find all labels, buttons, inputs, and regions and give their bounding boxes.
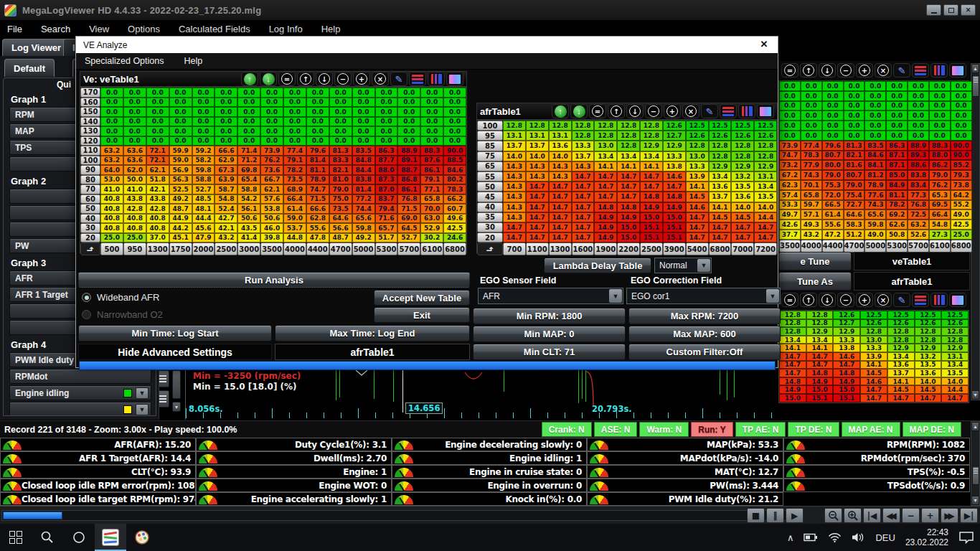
table-cell[interactable]: 40.8 [100, 214, 123, 224]
table-cell[interactable]: 80.7 [822, 151, 844, 161]
table-cell[interactable]: 87.3 [375, 175, 398, 185]
table-cell[interactable]: 13.9 [860, 352, 887, 361]
table-cell[interactable]: 0.0 [951, 91, 972, 101]
table-cell[interactable]: 73.9 [779, 141, 801, 151]
table-cell[interactable]: 56.9 [169, 165, 192, 175]
table-cell[interactable]: 65.6 [864, 209, 886, 220]
radio-icon[interactable] [82, 310, 91, 319]
table-cell[interactable]: 0.0 [420, 107, 443, 117]
gauge-scrollbar[interactable]: ▴ ▾ [971, 421, 980, 506]
table-cell[interactable]: 79.6 [306, 146, 329, 156]
table-cell[interactable]: 73.2 [779, 160, 801, 170]
table-cell[interactable]: 0.0 [951, 131, 972, 141]
table-cell[interactable]: 0.0 [123, 136, 146, 146]
table-cell[interactable]: 0.0 [779, 110, 801, 121]
table-cell[interactable]: 14.3 [549, 161, 572, 171]
radio-icon[interactable] [82, 293, 91, 302]
table-cell[interactable]: 37.7 [779, 230, 801, 240]
table-cell[interactable]: 12.6 [754, 131, 777, 141]
table-cell[interactable]: 0.0 [192, 107, 215, 117]
table-cell[interactable]: 42.1 [215, 223, 237, 233]
table-cell[interactable]: 79.6 [822, 141, 844, 151]
menu-item-calculated-fields[interactable]: Calculated Fields [179, 24, 250, 34]
table-cell[interactable]: 76.8 [397, 194, 420, 204]
table-cell[interactable]: 88.0 [929, 151, 951, 161]
plus-button[interactable]: + [921, 508, 939, 523]
table-cell[interactable]: 0.0 [929, 81, 951, 91]
cols-fill-icon[interactable] [930, 293, 948, 307]
table-cell[interactable]: 14.7 [594, 182, 617, 192]
table-cell[interactable]: 0.0 [844, 101, 865, 111]
table-cell[interactable]: 51.8 [146, 175, 169, 185]
gauge-field[interactable]: Engine decelerating slowly: 0 [392, 438, 587, 451]
gradient-fill-icon[interactable] [757, 104, 774, 118]
table-cell[interactable]: 62.1 [260, 184, 283, 194]
minus-icon[interactable]: − [334, 72, 352, 86]
dialog-close-icon[interactable]: ✕ [758, 39, 771, 50]
table-cell[interactable]: 14.3 [503, 192, 526, 202]
table-cell[interactable]: 79.0 [929, 170, 951, 180]
table-cell[interactable]: 48.7 [329, 233, 352, 243]
chevron-down-icon[interactable]: ▼ [136, 387, 149, 399]
table-cell[interactable]: 15.0 [833, 385, 860, 394]
table-cell[interactable]: 0.0 [329, 136, 352, 146]
table-cell[interactable]: 0.0 [779, 91, 801, 101]
table-cell[interactable]: 0.0 [822, 91, 844, 101]
gauge-field[interactable]: RPMdot(rpm/sec): 370 [783, 451, 970, 465]
table-cell[interactable]: 0.0 [215, 126, 237, 136]
table-cell[interactable]: 12.5 [887, 311, 915, 319]
table-cell[interactable]: 62.1 [146, 165, 169, 175]
table-cell[interactable]: 13.5 [731, 182, 754, 192]
table-cell[interactable]: 0.0 [951, 101, 972, 111]
table-cell[interactable]: 0.0 [283, 136, 306, 146]
table-cell[interactable]: 12.8 [754, 151, 777, 161]
equalize-icon[interactable]: = [278, 72, 296, 86]
table-cell[interactable]: 12.6 [860, 319, 887, 328]
maximize-button[interactable] [943, 4, 958, 16]
table-cell[interactable]: 0.0 [306, 117, 329, 127]
table-cell[interactable]: 0.0 [146, 117, 169, 127]
table-cell[interactable]: 0.0 [192, 98, 215, 108]
step-forward-button[interactable]: ▶▶ [941, 508, 958, 523]
table-cell[interactable]: 12.8 [709, 141, 732, 151]
table-cell[interactable]: 42.7 [215, 214, 237, 224]
table-cell[interactable]: 84.9 [886, 180, 908, 190]
pencil-icon[interactable]: ✎ [893, 293, 910, 307]
table-cell[interactable]: 13.1 [526, 131, 549, 141]
table-cell[interactable]: 13.5 [915, 361, 942, 369]
table-cell[interactable]: 64.6 [844, 209, 865, 220]
table-cell[interactable]: 58.3 [844, 220, 865, 230]
table-cell[interactable]: 12.6 [941, 319, 969, 328]
table-cell[interactable]: 88.9 [397, 146, 420, 156]
table-cell[interactable]: 77.3 [908, 190, 929, 200]
table-cell[interactable]: 83.7 [375, 194, 398, 204]
table-cell[interactable]: 0.0 [951, 81, 972, 91]
table-cell[interactable]: 0.0 [169, 126, 192, 136]
table-cell[interactable]: 66.6 [306, 204, 329, 214]
table-cell[interactable]: 14.6 [833, 352, 860, 361]
table-cell[interactable]: 15.0 [806, 385, 834, 394]
table-cell[interactable]: 59.8 [352, 223, 375, 233]
zoom-in-button[interactable] [844, 508, 862, 523]
table-cell[interactable]: 14.8 [640, 192, 663, 202]
table-cell[interactable]: 13.9 [686, 171, 709, 182]
gauge-field[interactable]: Knock in(%): 0.0 [392, 492, 587, 506]
gauge-field[interactable]: PW(ms): 3.444 [587, 479, 783, 492]
keyboard-language[interactable]: DEU [875, 532, 895, 543]
table-cell[interactable]: 0.0 [100, 126, 123, 136]
table-cell[interactable]: 78.2 [886, 200, 908, 210]
table-cell[interactable]: 14.7 [709, 232, 732, 242]
table-cell[interactable]: 59.8 [192, 165, 215, 175]
table-cell[interactable]: 48.1 [192, 204, 215, 214]
table-cell[interactable]: 0.0 [886, 101, 908, 111]
table-cell[interactable]: 0.0 [801, 121, 822, 131]
table-cell[interactable]: 13.5 [754, 192, 777, 202]
table-cell[interactable]: 84.6 [864, 151, 886, 161]
table-cell[interactable]: 14.7 [549, 212, 572, 222]
table-cell[interactable]: 0.0 [443, 126, 466, 136]
gauge-field[interactable]: Engine accelerating slowly: 1 [196, 492, 392, 506]
table-cell[interactable]: 79.0 [844, 180, 865, 190]
decrease-icon[interactable]: ↓ [819, 63, 836, 77]
table-cell[interactable]: 62.6 [886, 220, 908, 230]
table-cell[interactable]: 40.8 [146, 223, 169, 233]
